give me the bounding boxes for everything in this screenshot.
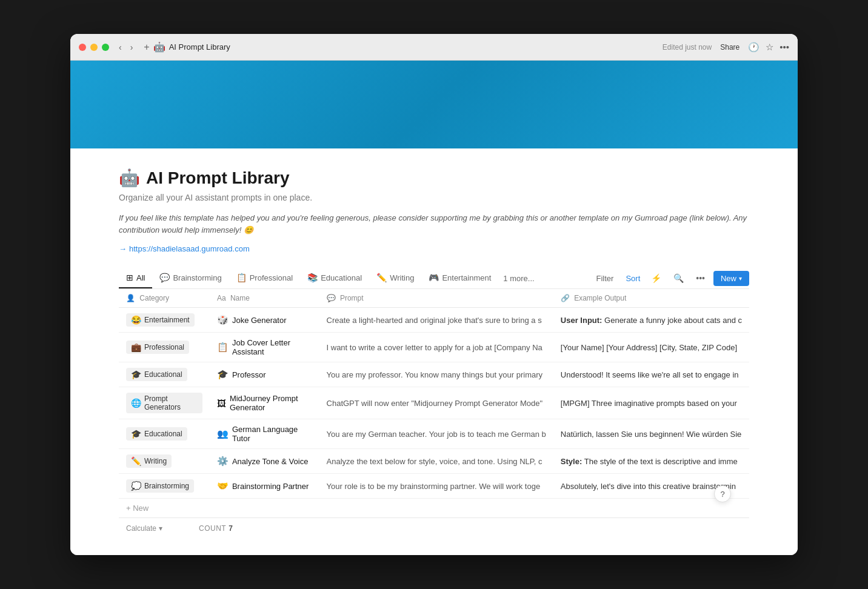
titlebar-right: Edited just now Share 🕐 ☆ ••• <box>663 42 789 53</box>
cell-category: 🎓Educational <box>119 419 210 449</box>
name-text: Professor <box>232 370 266 379</box>
close-button[interactable] <box>79 44 86 51</box>
more-button[interactable]: ••• <box>780 42 789 53</box>
category-col-label: Category <box>139 294 169 302</box>
table-row[interactable]: 🌐Prompt Generators🖼MidJourney Prompt Gen… <box>119 387 749 419</box>
category-text: Writing <box>144 457 167 465</box>
maximize-button[interactable] <box>102 44 109 51</box>
options-button[interactable]: ••• <box>692 271 709 285</box>
category-icon: ✏️ <box>131 456 141 466</box>
new-chevron-icon: ▾ <box>739 275 742 282</box>
tab-brainstorming[interactable]: 💬 Brainstorming <box>152 268 229 288</box>
cell-category: 🌐Prompt Generators <box>119 387 210 419</box>
tab-educational[interactable]: 📚 Educational <box>300 268 369 288</box>
cell-output: [Your Name] [Your Address] [City, State,… <box>553 333 749 362</box>
count-label-text: COUNT <box>199 524 226 533</box>
database-table: 👤 Category Aa Name 💬 Prompt <box>119 289 749 499</box>
share-button[interactable]: Share <box>720 43 739 52</box>
titlebar-nav: ‹ › <box>116 41 135 53</box>
minimize-button[interactable] <box>90 44 98 51</box>
add-row-button[interactable]: + New <box>119 499 749 517</box>
cell-output: User Input: Generate a funny joke about … <box>553 308 749 333</box>
name-text: Joke Generator <box>232 316 287 325</box>
gumroad-link[interactable]: https://shadielasaad.gumroad.com <box>129 244 250 253</box>
titlebar: ‹ › + 🤖 AI Prompt Library Edited just no… <box>70 34 798 61</box>
cell-name: 📋Job Cover Letter Assistant <box>210 333 319 362</box>
star-button[interactable]: ☆ <box>766 42 773 53</box>
page-link: → https://shadielasaad.gumroad.com <box>119 244 749 253</box>
tab-writing-icon: ✏️ <box>376 273 387 282</box>
name-icon: 👥 <box>217 428 229 439</box>
tab-educational-label: Educational <box>321 273 362 282</box>
calculate-button[interactable]: Calculate ▾ <box>126 524 162 533</box>
cell-prompt: You are my professor. You know many thin… <box>319 362 553 387</box>
cell-name: 🎓Professor <box>210 362 319 387</box>
add-row-label: + New <box>126 504 149 513</box>
calculate-label: Calculate <box>126 524 156 533</box>
category-text: Educational <box>144 430 182 438</box>
filter-button[interactable]: Filter <box>592 271 619 285</box>
category-tag: 😂Entertainment <box>126 313 195 327</box>
category-tag: 🎓Educational <box>126 368 187 381</box>
name-text: German Language Tutor <box>232 425 312 443</box>
new-button[interactable]: New ▾ <box>713 271 749 286</box>
table-row[interactable]: 🎓Educational👥German Language TutorYou ar… <box>119 419 749 449</box>
count-value: 7 <box>229 524 233 533</box>
page-title: AI Prompt Library <box>146 168 289 188</box>
col-header-name: Aa Name <box>210 289 319 308</box>
tab-brainstorming-label: Brainstorming <box>173 273 221 282</box>
cell-prompt: ChatGPT will now enter "Midjourney Promp… <box>319 387 553 419</box>
category-icon: 🌐 <box>131 398 141 408</box>
table-header: 👤 Category Aa Name 💬 Prompt <box>119 289 749 308</box>
tab-professional[interactable]: 📋 Professional <box>229 268 301 288</box>
cell-prompt: Your role is to be my brainstorming part… <box>319 474 553 499</box>
output-col-icon: 🔗 <box>561 294 570 302</box>
name-text: Analyze Tone & Voice <box>232 457 309 466</box>
tab-professional-label: Professional <box>250 273 293 282</box>
cell-category: 💭Brainstorming <box>119 474 210 499</box>
page-icon: 🤖 <box>153 41 165 53</box>
calculate-chevron: ▾ <box>159 524 162 533</box>
category-icon: 🎓 <box>131 370 141 379</box>
traffic-lights <box>79 44 109 51</box>
tabs-more[interactable]: 1 more... <box>498 269 539 288</box>
view-tabs: ⊞ All 💬 Brainstorming 📋 Professional 📚 E… <box>119 268 749 289</box>
cell-name: 🎲Joke Generator <box>210 308 319 333</box>
search-button[interactable]: 🔍 <box>670 271 687 285</box>
table-wrapper: 👤 Category Aa Name 💬 Prompt <box>119 289 749 539</box>
tab-educational-icon: 📚 <box>307 273 318 282</box>
table-row[interactable]: 💼Professional📋Job Cover Letter Assistant… <box>119 333 749 362</box>
tab-writing[interactable]: ✏️ Writing <box>369 268 421 288</box>
cell-output: [MPGM] Three imaginative prompts based o… <box>553 387 749 419</box>
add-page-button[interactable]: + <box>140 41 153 54</box>
help-icon: ? <box>720 490 724 499</box>
help-button[interactable]: ? <box>714 485 731 502</box>
sort-button[interactable]: Sort <box>623 271 643 285</box>
name-icon: 📋 <box>217 342 229 353</box>
name-icon: ⚙️ <box>217 456 229 467</box>
name-icon: 🤝 <box>217 481 229 491</box>
cell-category: 🎓Educational <box>119 362 210 387</box>
cell-category: 💼Professional <box>119 333 210 362</box>
table-row[interactable]: 💭Brainstorming🤝Brainstorming PartnerYour… <box>119 474 749 499</box>
back-button[interactable]: ‹ <box>116 41 124 53</box>
tab-brainstorming-icon: 💬 <box>159 273 170 282</box>
forward-button[interactable]: › <box>128 41 136 53</box>
table-row[interactable]: 🎓Educational🎓ProfessorYou are my profess… <box>119 362 749 387</box>
tab-all[interactable]: ⊞ All <box>119 268 152 288</box>
table-body: 😂Entertainment🎲Joke GeneratorCreate a li… <box>119 308 749 499</box>
name-text: Job Cover Letter Assistant <box>232 338 312 356</box>
name-col-label: Name <box>230 294 250 302</box>
content-area: 🤖 AI Prompt Library Organize all your AI… <box>70 148 798 555</box>
table-row[interactable]: 😂Entertainment🎲Joke GeneratorCreate a li… <box>119 308 749 333</box>
category-tag: 💭Brainstorming <box>126 479 194 493</box>
history-button[interactable]: 🕐 <box>748 42 760 53</box>
category-tag: 🎓Educational <box>126 427 187 441</box>
cell-prompt: Analyze the text below for style, voice,… <box>319 449 553 474</box>
name-icon: 🎲 <box>217 314 229 325</box>
lightning-button[interactable]: ⚡ <box>647 271 665 285</box>
category-tag: ✏️Writing <box>126 454 172 468</box>
page-note: If you feel like this template has helpe… <box>119 212 749 236</box>
tab-entertainment[interactable]: 🎮 Entertainment <box>421 268 498 288</box>
table-row[interactable]: ✏️Writing⚙️Analyze Tone & VoiceAnalyze t… <box>119 449 749 474</box>
